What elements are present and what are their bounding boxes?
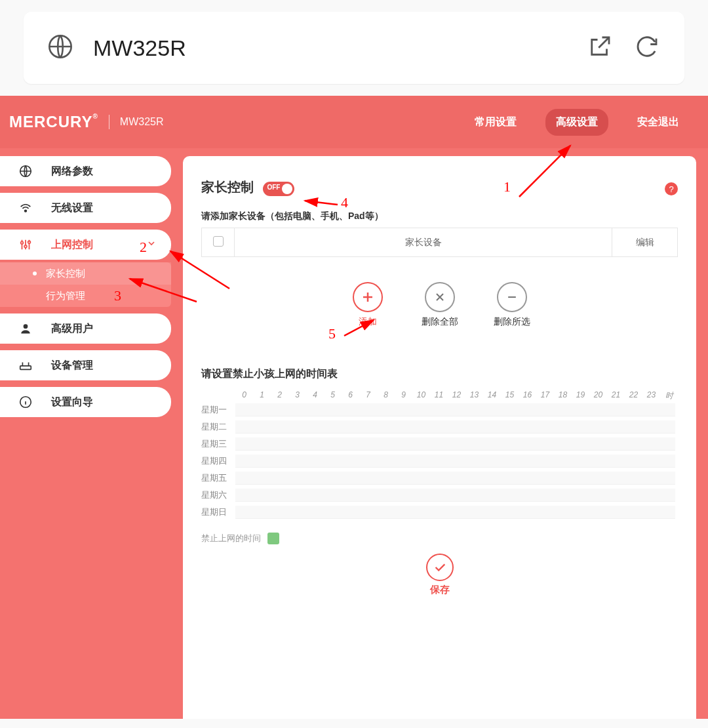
- app-header: MERCURY® MW325R 常用设置 高级设置 安全退出: [0, 96, 708, 148]
- day-grid[interactable]: [235, 472, 675, 485]
- svg-rect-7: [20, 366, 31, 370]
- col-edit: 编辑: [612, 228, 678, 257]
- day-label: 星期三: [201, 438, 235, 450]
- day-grid[interactable]: [235, 489, 675, 502]
- schedule-day-row[interactable]: 星期二: [201, 418, 678, 435]
- checkbox-header[interactable]: [202, 228, 235, 257]
- sidebar-label: 上网控制: [51, 238, 93, 252]
- schedule-day-row[interactable]: 星期一: [201, 401, 678, 418]
- sidebar-label: 网络参数: [51, 165, 93, 178]
- header-model: MW325R: [120, 116, 164, 128]
- checkbox-icon[interactable]: [213, 236, 224, 247]
- save-label: 保存: [430, 584, 450, 596]
- globe-icon: [18, 164, 33, 178]
- schedule-day-row[interactable]: 星期五: [201, 470, 678, 487]
- schedule-day-row[interactable]: 星期四: [201, 453, 678, 470]
- legend-swatch: [267, 533, 279, 544]
- svg-point-6: [24, 324, 28, 329]
- svg-point-3: [21, 241, 24, 244]
- day-grid[interactable]: [235, 403, 675, 416]
- bullet-icon: [33, 272, 37, 275]
- hours-header: 01234567891011121314151617181920212223时: [201, 390, 678, 401]
- divider: [109, 115, 109, 129]
- wifi-icon: [18, 201, 33, 215]
- sidebar-label: 设备管理: [51, 359, 93, 373]
- schedule-title: 请设置禁止小孩上网的时间表: [201, 367, 678, 381]
- svg-point-4: [24, 245, 27, 248]
- brand-logo: MERCURY®: [9, 113, 98, 131]
- minus-icon: [497, 282, 527, 312]
- sidebar-label: 无线设置: [51, 201, 93, 215]
- chevron-down-icon: [146, 238, 157, 251]
- save-button[interactable]: 保存: [420, 554, 460, 596]
- globe-icon: [47, 33, 73, 62]
- day-label: 星期日: [201, 506, 235, 518]
- sliders-icon: [18, 237, 33, 252]
- day-grid[interactable]: [235, 506, 675, 519]
- sub-label: 行为管理: [46, 290, 85, 302]
- action-row: 添加 删除全部 删除所选: [201, 282, 678, 328]
- sidebar-item-device[interactable]: 设备管理: [0, 350, 171, 380]
- sidebar-submenu: 家长控制 行为管理: [0, 262, 171, 307]
- day-label: 星期六: [201, 489, 235, 501]
- legend: 禁止上网的时间: [201, 533, 678, 544]
- refresh-icon[interactable]: [633, 33, 661, 63]
- action-label: 删除所选: [494, 316, 530, 328]
- legend-label: 禁止上网的时间: [201, 533, 261, 544]
- sidebar-item-access-control[interactable]: 上网控制: [0, 230, 171, 260]
- tab-logout[interactable]: 安全退出: [627, 109, 690, 136]
- browser-address-bar: MW325R: [24, 12, 684, 84]
- sidebar-item-wizard[interactable]: 设置向导: [0, 387, 171, 417]
- delete-selected-button[interactable]: 删除所选: [485, 282, 539, 328]
- sidebar-sub-behavior[interactable]: 行为管理: [0, 285, 171, 307]
- content-panel: ? 家长控制 OFF 请添加家长设备（包括电脑、手机、Pad等） 家长设备 编辑…: [183, 156, 696, 719]
- tab-common-settings[interactable]: 常用设置: [464, 109, 527, 136]
- day-label: 星期二: [201, 421, 235, 433]
- schedule-day-row[interactable]: 星期三: [201, 435, 678, 453]
- tab-advanced-settings[interactable]: 高级设置: [545, 109, 608, 136]
- day-grid[interactable]: [235, 455, 675, 468]
- day-grid[interactable]: [235, 420, 675, 434]
- sidebar-item-network[interactable]: 网络参数: [0, 156, 171, 186]
- action-label: 删除全部: [422, 316, 458, 328]
- day-label: 星期四: [201, 455, 235, 467]
- day-label: 星期五: [201, 472, 235, 484]
- add-button[interactable]: 添加: [341, 282, 395, 328]
- sidebar-sub-parental[interactable]: 家长控制: [0, 262, 171, 285]
- sidebar-item-wireless[interactable]: 无线设置: [0, 193, 171, 223]
- parental-toggle[interactable]: OFF: [263, 182, 294, 196]
- schedule-day-row[interactable]: 星期日: [201, 504, 678, 521]
- sidebar-item-advanced-user[interactable]: 高级用户: [0, 313, 171, 344]
- plus-icon: [353, 282, 383, 312]
- action-label: 添加: [359, 316, 377, 328]
- page-title: MW325R: [93, 35, 586, 61]
- close-icon: [425, 282, 455, 312]
- sub-label: 家长控制: [46, 268, 85, 280]
- info-icon: [18, 395, 33, 409]
- share-icon[interactable]: [586, 33, 614, 63]
- schedule-grid[interactable]: 01234567891011121314151617181920212223时 …: [201, 390, 678, 521]
- router-icon: [18, 358, 33, 373]
- help-icon[interactable]: ?: [665, 182, 678, 195]
- sidebar-label: 高级用户: [51, 322, 93, 336]
- check-icon: [426, 554, 454, 581]
- svg-point-5: [28, 241, 31, 244]
- top-nav: 常用设置 高级设置 安全退出: [464, 109, 690, 136]
- schedule-day-row[interactable]: 星期六: [201, 487, 678, 504]
- sidebar: 网络参数 无线设置 上网控制 家长控制 行为管理 高级用户 设备管理: [0, 156, 171, 719]
- svg-point-2: [25, 210, 27, 212]
- add-device-hint: 请添加家长设备（包括电脑、手机、Pad等）: [201, 211, 678, 222]
- sidebar-label: 设置向导: [51, 395, 93, 409]
- day-grid[interactable]: [235, 437, 675, 451]
- device-table: 家长设备 编辑: [201, 228, 678, 257]
- user-icon: [18, 322, 33, 335]
- col-device: 家长设备: [235, 228, 612, 257]
- main-layout: 网络参数 无线设置 上网控制 家长控制 行为管理 高级用户 设备管理: [0, 148, 708, 719]
- section-title: 家长控制: [201, 178, 254, 196]
- delete-all-button[interactable]: 删除全部: [413, 282, 467, 328]
- day-label: 星期一: [201, 404, 235, 416]
